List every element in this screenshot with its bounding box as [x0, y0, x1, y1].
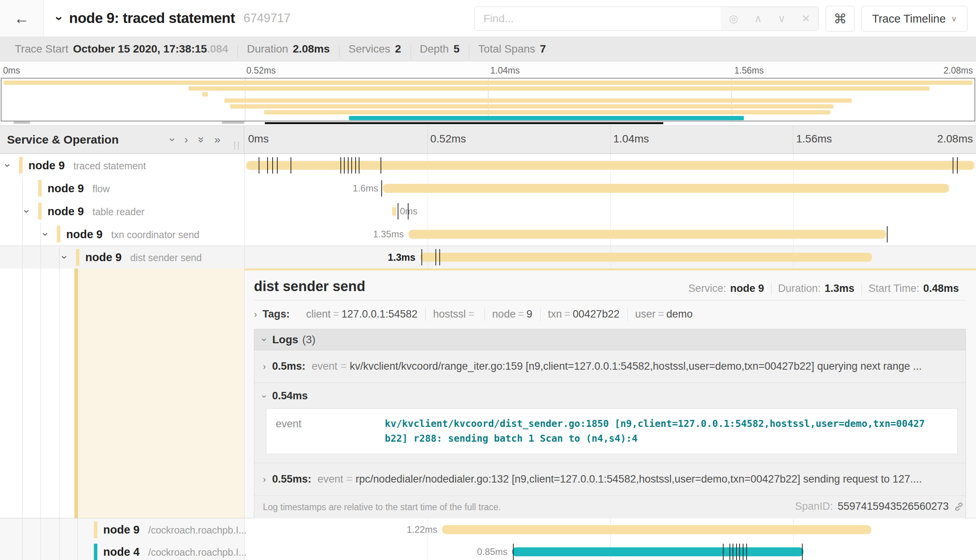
next-result-icon[interactable]: ∨ — [778, 12, 786, 25]
indent-guide — [22, 223, 23, 246]
span-duration-bar[interactable] — [512, 547, 803, 556]
log-entry[interactable]: ›0.55ms:event=rpc/nodedialer/nodedialer.… — [254, 463, 965, 496]
detail-info: Service:node 9 Duration:1.3ms Start Time… — [681, 283, 966, 295]
chevron-down-icon[interactable]: › — [2, 163, 14, 167]
tag-item: client=127.0.0.1:54582 — [298, 308, 425, 320]
minimap-tick-label: 0.52ms — [247, 65, 276, 76]
span-duration-label: 0.85ms — [477, 546, 508, 557]
indent-guide — [59, 269, 60, 518]
span-duration-label: 1.22ms — [407, 524, 437, 535]
span-row[interactable]: node 9flow1.6ms — [0, 177, 976, 200]
meta-value: 5 — [453, 43, 460, 55]
indent-guide — [41, 518, 41, 541]
span-row-name-cell[interactable]: ›node 9traced statement — [0, 154, 244, 177]
span-row-timeline-cell[interactable]: 0ms — [244, 200, 976, 223]
minimap-tick-label: 1.56ms — [735, 65, 764, 76]
back-button[interactable]: ← — [0, 0, 44, 37]
span-service-name: node 9 — [48, 205, 84, 217]
span-rows: ›node 9traced statementnode 9flow1.6ms›n… — [0, 154, 976, 269]
locate-icon[interactable]: ◎ — [729, 12, 738, 25]
scrub-range-indicator[interactable] — [265, 122, 663, 124]
scrub-handle[interactable] — [14, 121, 30, 124]
expand-all-icon[interactable]: » — [214, 133, 220, 146]
log-marker-tick — [351, 157, 352, 174]
span-row[interactable]: ›node 9dist sender send1.3ms — [0, 246, 976, 269]
trace-minimap[interactable]: 0ms0.52ms1.04ms1.56ms2.08ms — [0, 61, 976, 125]
chevron-down-icon[interactable]: › — [52, 16, 67, 20]
detail-service: Service:node 9 — [681, 283, 771, 295]
collapse-all-icon[interactable]: » — [195, 137, 208, 143]
minimap-canvas[interactable] — [1, 78, 975, 121]
expand-collapse-controls: › › » » — [171, 126, 220, 153]
ruler-tick-label: 1.04ms — [613, 133, 649, 145]
span-row[interactable]: ›node 9table reader0ms — [0, 200, 976, 223]
expand-one-icon[interactable]: › — [185, 133, 188, 146]
span-row[interactable]: node 4/cockroach.roachpb.I...0.85ms — [0, 541, 976, 560]
span-service-name: node 9 — [48, 182, 84, 194]
logs-count: (3) — [302, 334, 315, 346]
chevron-down-icon[interactable]: › — [39, 232, 52, 236]
span-row[interactable]: ›node 9traced statement — [0, 154, 976, 177]
chevron-down-icon[interactable]: › — [21, 209, 33, 213]
view-options-button[interactable]: Trace Timeline ∨ — [861, 6, 967, 32]
log-entry[interactable]: ›0.5ms:event=kv/kvclient/kvcoord/range_i… — [254, 350, 965, 383]
meta-value: 7 — [540, 43, 546, 55]
span-row-name-cell[interactable]: ›node 9table reader — [0, 200, 244, 223]
log-entry-header[interactable]: ›0.54ms — [254, 383, 965, 407]
span-duration-bar[interactable] — [383, 184, 949, 193]
span-row-timeline-cell[interactable]: 1.6ms — [244, 177, 976, 200]
top-controls: ◎ ∧ ∨ ✕ ⌘ Trace Timeline ∨ — [474, 6, 967, 32]
scrub-handle[interactable] — [222, 121, 245, 124]
span-duration-bar[interactable] — [420, 253, 872, 262]
span-color-bar — [57, 226, 60, 242]
span-row-name-cell[interactable]: node 9/cockroach.roachpb.I... — [0, 518, 244, 541]
span-row-labels: node 9dist sender send — [85, 251, 202, 264]
minimap-span-bar — [349, 116, 744, 120]
prev-result-icon[interactable]: ∧ — [754, 12, 762, 25]
keyboard-shortcuts-button[interactable]: ⌘ — [826, 6, 854, 32]
span-row-name-cell[interactable]: ›node 9dist sender send — [0, 246, 244, 269]
find-input[interactable] — [475, 7, 721, 30]
command-icon: ⌘ — [833, 11, 847, 26]
ruler-gridline — [610, 126, 611, 153]
indent-guide — [22, 246, 23, 269]
span-row-timeline-cell[interactable]: 1.22ms — [244, 518, 976, 541]
link-icon[interactable] — [953, 501, 964, 512]
selected-span-accent-bar — [74, 269, 78, 518]
span-operation-name: /cockroach.roachpb.I... — [148, 524, 247, 535]
minimap-scrubber[interactable] — [1, 121, 975, 125]
span-row-labels: node 9table reader — [48, 205, 144, 218]
span-duration-bar[interactable] — [392, 207, 396, 216]
span-row-timeline-cell[interactable]: 0.85ms — [244, 541, 976, 560]
span-row-timeline-cell[interactable]: 1.35ms — [244, 223, 976, 246]
chevron-right-icon: › — [263, 362, 266, 372]
span-operation-name: flow — [92, 183, 109, 194]
span-row-name-cell[interactable]: ›node 9txn coordinator send — [0, 223, 244, 246]
indent-guide — [78, 541, 78, 560]
log-marker-tick — [408, 203, 409, 219]
span-row[interactable]: node 9/cockroach.roachpb.I...1.22ms — [0, 518, 976, 541]
collapse-one-icon[interactable]: › — [166, 138, 179, 141]
span-row-timeline-cell[interactable] — [244, 154, 976, 177]
indent-guide — [59, 518, 60, 541]
column-resize-grip[interactable]: || — [234, 139, 241, 150]
span-service-name: node 9 — [85, 251, 122, 263]
clear-search-icon[interactable]: ✕ — [802, 12, 810, 25]
span-operation-name: traced statement — [73, 160, 146, 171]
span-duration-bar[interactable] — [442, 525, 871, 534]
span-row[interactable]: ›node 9txn coordinator send1.35ms — [0, 223, 976, 246]
log-entry-expanded: ›0.54mseventkv/kvclient/kvcoord/dist_sen… — [254, 383, 965, 463]
span-duration-bar[interactable] — [409, 230, 886, 239]
span-color-bar — [38, 203, 42, 219]
log-marker-tick — [421, 249, 422, 265]
log-marker-tick — [291, 157, 291, 174]
log-marker-tick — [267, 157, 268, 174]
ruler-tick-label: 1.56ms — [796, 133, 832, 145]
logs-header[interactable]: › Logs (3) — [254, 329, 965, 350]
span-row-name-cell[interactable]: node 4/cockroach.roachpb.I... — [0, 541, 244, 560]
tags-row[interactable]: › Tags: client=127.0.0.1:54582hostssl=no… — [245, 300, 976, 327]
span-row-name-cell[interactable]: node 9flow — [0, 177, 244, 200]
span-row-timeline-cell[interactable]: 1.3ms — [244, 246, 976, 269]
chevron-down-icon[interactable]: › — [58, 255, 71, 259]
ruler-tick-label: 2.08ms — [937, 133, 973, 145]
